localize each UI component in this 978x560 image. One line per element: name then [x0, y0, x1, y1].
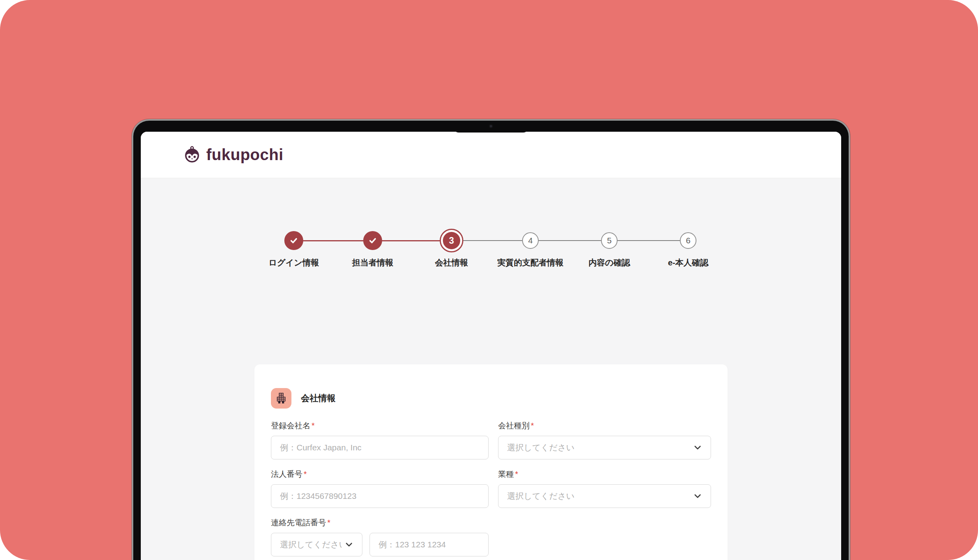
- step-content-confirmation: 5 内容の確認: [570, 229, 649, 268]
- company-type-select[interactable]: 選択してください: [498, 436, 711, 459]
- card-header: 会社情報: [271, 388, 711, 409]
- chevron-down-icon: [692, 442, 703, 453]
- chevron-down-icon: [692, 491, 703, 501]
- page-body: ログイン情報 担当者情報 3 会社情報: [141, 178, 841, 560]
- step-label: 内容の確認: [588, 257, 630, 268]
- corporate-number-label: 法人番号*: [271, 469, 489, 480]
- field-corporate-number: 法人番号*: [271, 469, 489, 508]
- step-3-circle[interactable]: 3: [440, 229, 463, 252]
- building-icon: [271, 388, 291, 409]
- laptop-notch: [454, 121, 528, 133]
- required-asterisk: *: [327, 518, 330, 527]
- step-1-circle[interactable]: [284, 231, 303, 250]
- step-contact-person-info: 担当者情報: [333, 229, 412, 268]
- field-company-name: 登録会社名*: [271, 420, 489, 459]
- step-label: ログイン情報: [269, 257, 319, 268]
- step-label: e-本人確認: [668, 257, 709, 268]
- step-label: 実質的支配者情報: [497, 257, 564, 268]
- step-4-circle[interactable]: 4: [522, 232, 539, 249]
- company-type-label: 会社種別*: [498, 420, 711, 431]
- chevron-down-icon: [344, 539, 354, 550]
- progress-stepper: ログイン情報 担当者情報 3 会社情報: [254, 229, 728, 268]
- hero-canvas: fukupochi ログイン情報: [0, 0, 978, 560]
- step-6-circle[interactable]: 6: [680, 232, 696, 249]
- webcam-dot: [489, 124, 493, 128]
- field-industry: 業種* 選択してください: [498, 469, 711, 508]
- form-grid: 登録会社名* 会社種別* 選択してください 法人番号*: [271, 420, 711, 556]
- required-asterisk: *: [304, 470, 307, 478]
- step-label: 会社情報: [435, 257, 468, 268]
- phone-country-select[interactable]: 選択してください: [271, 533, 362, 556]
- required-asterisk: *: [531, 421, 534, 430]
- step-5-circle[interactable]: 5: [601, 232, 618, 249]
- phone-number-input[interactable]: [370, 533, 489, 556]
- section-title: 会社情報: [301, 392, 336, 404]
- laptop-screen: fukupochi ログイン情報: [141, 132, 841, 560]
- company-info-card: 会社情報 登録会社名* 会社種別* 選択してください: [254, 364, 728, 560]
- industry-label: 業種*: [498, 469, 711, 480]
- company-name-label: 登録会社名*: [271, 420, 489, 431]
- owl-icon: [184, 145, 200, 165]
- check-icon: [368, 236, 377, 245]
- company-name-input[interactable]: [271, 436, 489, 459]
- step-2-circle[interactable]: [363, 231, 382, 250]
- field-phone: 連絡先電話番号* 選択してください: [271, 517, 489, 556]
- corporate-number-input[interactable]: [271, 484, 489, 508]
- app-logo[interactable]: fukupochi: [184, 145, 284, 165]
- industry-select[interactable]: 選択してください: [498, 484, 711, 508]
- laptop-mockup: fukupochi ログイン情報: [133, 121, 849, 560]
- required-asterisk: *: [515, 470, 518, 478]
- step-company-info: 3 会社情報: [412, 229, 491, 268]
- phone-row: 選択してください: [271, 533, 489, 556]
- phone-label: 連絡先電話番号*: [271, 517, 489, 528]
- step-login-info: ログイン情報: [254, 229, 333, 268]
- required-asterisk: *: [312, 421, 315, 430]
- check-icon: [289, 236, 299, 245]
- step-e-identity-verification: 6 e-本人確認: [649, 229, 728, 268]
- step-label: 担当者情報: [352, 257, 394, 268]
- step-beneficial-owner-info: 4 実質的支配者情報: [491, 229, 570, 268]
- app-header: fukupochi: [141, 132, 841, 178]
- field-company-type: 会社種別* 選択してください: [498, 420, 711, 459]
- logo-wordmark: fukupochi: [206, 146, 284, 164]
